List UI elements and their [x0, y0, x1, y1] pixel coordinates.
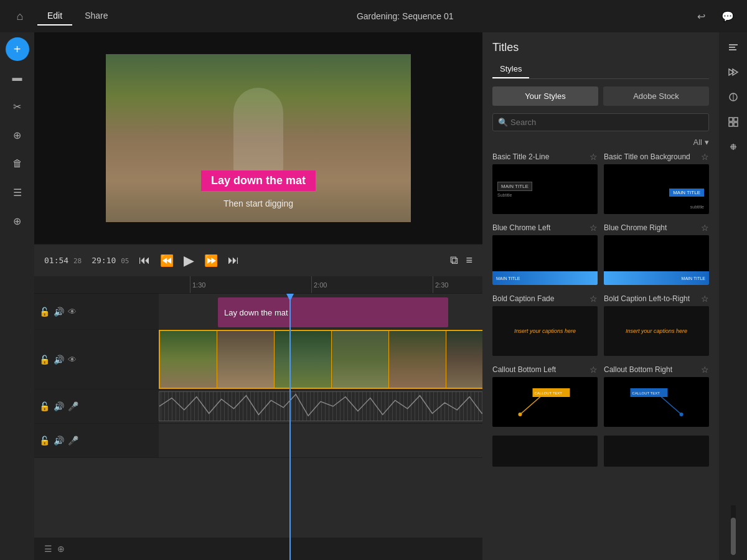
star-callout2[interactable]: ☆: [701, 365, 709, 375]
bottom-icon-list[interactable]: ☰: [44, 544, 52, 554]
project-title: Gardening: Sequence 01: [357, 11, 454, 21]
step-forward-button[interactable]: ⏩: [204, 254, 218, 268]
adobe-stock-button[interactable]: Adobe Stock: [603, 86, 709, 106]
sidebar-add-icon[interactable]: ⊕: [6, 123, 29, 147]
title-preview-basic2[interactable]: MAIN TITLE subtitle: [604, 164, 709, 214]
star-caption1[interactable]: ☆: [590, 294, 598, 304]
titles-row-5: [492, 436, 709, 467]
title-preview-caption1[interactable]: Insert your captions here: [492, 306, 598, 356]
mute-icon-video[interactable]: 🔊: [54, 355, 64, 365]
mic-icon-audio1[interactable]: 🎤: [68, 401, 78, 411]
title-card-name-blue-right: Blue Chrome Right: [604, 223, 667, 232]
lock-icon-title[interactable]: 🔓: [39, 307, 50, 317]
title-clip-text: Lay down the mat: [224, 308, 288, 317]
filter-all-button[interactable]: All ▾: [693, 138, 709, 147]
track-controls-video: 🔓 🔊 👁: [39, 355, 77, 365]
skip-back-button[interactable]: ⏮: [139, 254, 150, 267]
track-header-audio1: 🔓 🔊 🎤: [34, 390, 159, 423]
mute-icon-audio1[interactable]: 🔊: [54, 401, 64, 411]
svg-point-1: [519, 413, 522, 416]
sidebar-trim-icon[interactable]: ✂: [6, 95, 29, 118]
tab-share[interactable]: Share: [75, 7, 118, 26]
right-panel-container: Titles Styles Your Styles Adobe Stock 🔍 …: [482, 32, 747, 560]
svg-rect-17: [729, 123, 733, 126]
visible-icon-video[interactable]: 👁: [68, 355, 77, 365]
star-basic2[interactable]: ☆: [701, 152, 709, 162]
tab-edit[interactable]: Edit: [37, 7, 72, 26]
playhead[interactable]: [289, 294, 291, 560]
transitions-icon[interactable]: [723, 62, 743, 82]
chrome-bar-right: MAIN TITLE: [604, 271, 709, 285]
top-bar-left: ⌂ Edit Share: [10, 6, 118, 26]
title-preview-partial2[interactable]: [604, 436, 709, 467]
star-basic1[interactable]: ☆: [590, 152, 598, 162]
title-preview-callout1[interactable]: CALLOUT TEXT: [492, 377, 598, 427]
sidebar-list-icon[interactable]: ☰: [6, 180, 29, 204]
title-card-label-callout2: Callout Bottom Right ☆: [604, 365, 709, 375]
title-card-name-caption2: Bold Caption Left-to-Right: [604, 294, 690, 303]
titles-grid: Basic Title 2-Line ☆ MAIN TITLE Subtitle: [482, 152, 719, 560]
generators-icon[interactable]: [723, 112, 743, 132]
titles-icon[interactable]: [723, 37, 743, 57]
titles-panel: Titles Styles Your Styles Adobe Stock 🔍 …: [482, 32, 719, 560]
tab-styles[interactable]: Styles: [492, 60, 529, 78]
svg-point-5: [680, 413, 684, 416]
svg-rect-8: [729, 44, 738, 45]
basic2-sub: subtitle: [690, 205, 704, 209]
add-button[interactable]: +: [6, 37, 29, 61]
title-preview-partial[interactable]: [492, 436, 598, 467]
search-input[interactable]: [508, 114, 703, 131]
titles-row-4: Callout Bottom Left ☆ CALLOUT TEXT: [492, 365, 709, 427]
sidebar-extra-icon[interactable]: ⊕: [6, 209, 29, 233]
lock-icon-audio1[interactable]: 🔓: [39, 401, 50, 411]
sidebar-delete-icon[interactable]: 🗑: [6, 152, 29, 175]
filters-icon[interactable]: [723, 87, 743, 107]
track-title: 🔓 🔊 👁 Lay down the mat: [34, 294, 482, 330]
fullscreen-button[interactable]: ⧉: [450, 254, 458, 267]
title-clip[interactable]: Lay down the mat: [218, 297, 448, 327]
right-panel-scrollbar[interactable]: [731, 505, 736, 555]
track-controls-title: 🔓 🔊 👁: [39, 307, 77, 317]
video-overlay-title: Lay down the mat: [201, 170, 316, 191]
home-icon[interactable]: ⌂: [10, 6, 30, 26]
title-preview-blue-right[interactable]: MAIN TITLE: [604, 235, 709, 285]
settings-button[interactable]: ≡: [466, 254, 472, 267]
star-blue-right[interactable]: ☆: [701, 223, 709, 233]
title-card-basic1: Basic Title 2-Line ☆ MAIN TITLE Subtitle: [492, 152, 598, 214]
play-button[interactable]: ▶: [184, 253, 194, 269]
scrollbar-thumb[interactable]: [731, 518, 736, 555]
mute-icon-title[interactable]: 🔊: [54, 307, 64, 317]
video-clip[interactable]: [159, 330, 482, 389]
visible-icon-title[interactable]: 👁: [68, 307, 77, 317]
titles-row-1: Basic Title 2-Line ☆ MAIN TITLE Subtitle: [492, 152, 709, 214]
title-preview-basic1[interactable]: MAIN TITLE Subtitle: [492, 164, 598, 214]
tab-group: Edit Share: [37, 7, 118, 26]
star-callout1[interactable]: ☆: [590, 365, 598, 375]
your-styles-button[interactable]: Your Styles: [492, 86, 598, 106]
ruler-mark-230: 2:30: [433, 276, 448, 293]
track-audio1: 🔓 🔊 🎤: [34, 390, 482, 424]
right-icon-bar: [719, 32, 747, 560]
skip-forward-button[interactable]: ⏭: [228, 254, 239, 267]
transform-icon[interactable]: [723, 137, 743, 157]
title-card-label-blue-right: Blue Chrome Right ☆: [604, 223, 709, 233]
comment-button[interactable]: 💬: [718, 7, 737, 26]
ruler-mark-130: 1:30: [190, 276, 205, 293]
mic-icon-audio2[interactable]: 🎤: [68, 436, 78, 446]
star-caption2[interactable]: ☆: [701, 294, 709, 304]
title-preview-blue-left[interactable]: MAIN TITLE: [492, 235, 598, 285]
total-duration: 29:10 05: [92, 256, 129, 265]
sidebar-media-icon[interactable]: ▬: [6, 66, 29, 90]
title-preview-caption2[interactable]: Insert your captions here: [604, 306, 709, 356]
undo-button[interactable]: ↩: [692, 7, 711, 26]
svg-rect-16: [734, 118, 738, 121]
lock-icon-audio2[interactable]: 🔓: [39, 436, 50, 446]
bottom-icon-add[interactable]: ⊕: [57, 544, 65, 554]
star-blue-left[interactable]: ☆: [590, 223, 598, 233]
track-controls-audio1: 🔓 🔊 🎤: [39, 401, 78, 411]
title-preview-callout2[interactable]: CALLOUT TEXT: [604, 377, 709, 427]
step-back-button[interactable]: ⏪: [160, 254, 174, 268]
track-body-audio2: [159, 424, 482, 457]
lock-icon-video[interactable]: 🔓: [39, 355, 50, 365]
mute-icon-audio2[interactable]: 🔊: [54, 436, 64, 446]
